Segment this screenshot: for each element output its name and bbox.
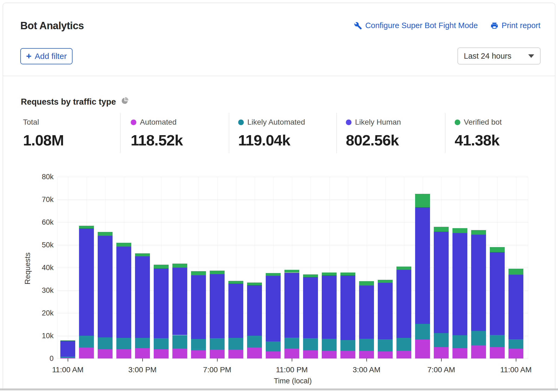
bar-segment-likely-automated [116, 338, 131, 349]
bar-segment-automated [471, 346, 486, 358]
bar-900am[interactable] [471, 177, 486, 358]
bar-segment-automated [266, 351, 281, 358]
plot-edge-line [57, 177, 58, 358]
x-tick-label: 11:00 PM [268, 366, 316, 374]
plot-edge-line [528, 177, 528, 358]
bar-segment-likely-human [135, 256, 150, 338]
x-tick-mark [441, 358, 442, 361]
bar-400pm[interactable] [154, 177, 169, 358]
x-tick-mark [516, 358, 516, 361]
bar-segment-likely-human [191, 275, 206, 339]
bar-segment-likely-automated [378, 339, 393, 351]
x-tick-label: 11:00 AM [492, 366, 540, 374]
bar-segment-likely-human [284, 273, 299, 338]
bar-segment-likely-automated [210, 338, 225, 350]
verified-bot-dot-icon [455, 119, 460, 125]
bar-segment-automated [340, 351, 355, 358]
configure-super-bot-fight-mode-link[interactable]: Configure Super Bot Fight Mode [354, 21, 478, 30]
bar-segment-verified-bot [116, 243, 131, 247]
bar-1200am[interactable] [303, 177, 318, 358]
stat-likely-automated: Likely Automated 119.04k [238, 118, 305, 149]
bar-segment-automated [98, 349, 113, 358]
bar-segment-automated [396, 351, 411, 358]
panel-title-row: Requests by traffic type [21, 97, 129, 107]
stat-divider [336, 113, 337, 153]
bar-400am[interactable] [378, 177, 393, 358]
bar-segment-verified-bot [378, 280, 393, 283]
bar-segment-likely-human [434, 232, 449, 333]
print-link-label: Print report [502, 21, 540, 30]
bar-segment-automated [490, 347, 505, 358]
bar-500pm[interactable] [172, 177, 187, 358]
bar-segment-automated [247, 347, 262, 358]
bar-200pm[interactable] [116, 177, 131, 358]
bar-100am[interactable] [322, 177, 337, 358]
bar-segment-likely-automated [396, 338, 411, 351]
bar-segment-likely-automated [98, 337, 113, 349]
bar-segment-verified-bot [98, 232, 113, 236]
stat-divider [120, 113, 121, 153]
bar-segment-verified-bot [340, 273, 355, 276]
bar-segment-likely-automated [340, 340, 355, 351]
bar-segment-automated [191, 350, 206, 358]
bar-300am[interactable] [359, 177, 374, 358]
bar-segment-likely-human [79, 228, 94, 336]
bar-segment-verified-bot [266, 273, 281, 276]
bar-segment-likely-human [322, 275, 337, 339]
bar-segment-automated [284, 348, 299, 358]
bar-1200pm[interactable] [79, 177, 94, 358]
wrench-icon [354, 22, 362, 30]
time-range-value: Last 24 hours [464, 52, 511, 61]
bar-1000pm[interactable] [266, 177, 281, 358]
bar-segment-verified-bot [490, 247, 505, 252]
bar-500am[interactable] [396, 177, 411, 358]
bar-segment-verified-bot [396, 267, 411, 270]
bar-segment-automated [228, 350, 243, 358]
bar-segment-likely-human [378, 283, 393, 339]
bar-700am[interactable] [434, 177, 449, 358]
bar-900pm[interactable] [247, 177, 262, 358]
bar-segment-likely-automated [60, 357, 75, 358]
bar-1000am[interactable] [490, 177, 505, 358]
bar-segment-likely-automated [322, 339, 337, 351]
bar-800am[interactable] [452, 177, 467, 358]
bar-segment-likely-human [415, 207, 430, 324]
bar-segment-automated [172, 348, 187, 358]
bar-segment-verified-bot [172, 264, 187, 268]
bar-segment-verified-bot [434, 227, 449, 232]
time-range-select[interactable]: Last 24 hours [458, 48, 540, 64]
bar-1100am[interactable] [60, 177, 75, 358]
bar-segment-likely-automated [434, 333, 449, 347]
print-report-link[interactable]: Print report [490, 21, 540, 30]
bar-segment-likely-automated [247, 336, 262, 347]
bar-800pm[interactable] [228, 177, 243, 358]
page-title: Bot Analytics [20, 20, 84, 32]
x-tick-mark [292, 358, 292, 361]
bar-segment-likely-human [116, 247, 131, 338]
bar-segment-likely-automated [191, 339, 206, 350]
bar-segment-likely-human [210, 274, 225, 338]
bar-600pm[interactable] [191, 177, 206, 358]
bar-700pm[interactable] [210, 177, 225, 358]
y-tick-label: 40k [27, 263, 54, 272]
bar-300pm[interactable] [135, 177, 150, 358]
stat-verified-bot-value: 41.38k [455, 131, 502, 149]
stat-verified-bot: Verified bot 41.38k [455, 118, 502, 149]
bar-segment-automated [79, 348, 94, 358]
bar-segment-likely-human [60, 341, 75, 357]
stat-total: Total 1.08M [23, 118, 64, 149]
bar-segment-likely-human [247, 285, 262, 336]
x-tick-label: 3:00 AM [342, 366, 391, 374]
configure-link-label: Configure Super Bot Fight Mode [365, 21, 478, 30]
y-tick-label: 50k [27, 240, 54, 250]
add-filter-button[interactable]: + Add filter [20, 48, 73, 64]
bar-100pm[interactable] [98, 177, 113, 358]
likely-human-dot-icon [346, 119, 352, 125]
bar-segment-likely-human [508, 275, 523, 339]
bar-1100am[interactable] [508, 177, 523, 358]
bar-1100pm[interactable] [284, 177, 299, 358]
bar-600am[interactable] [415, 177, 430, 358]
bar-200am[interactable] [340, 177, 355, 358]
bar-segment-automated [452, 348, 467, 358]
bar-segment-likely-human [98, 236, 113, 337]
